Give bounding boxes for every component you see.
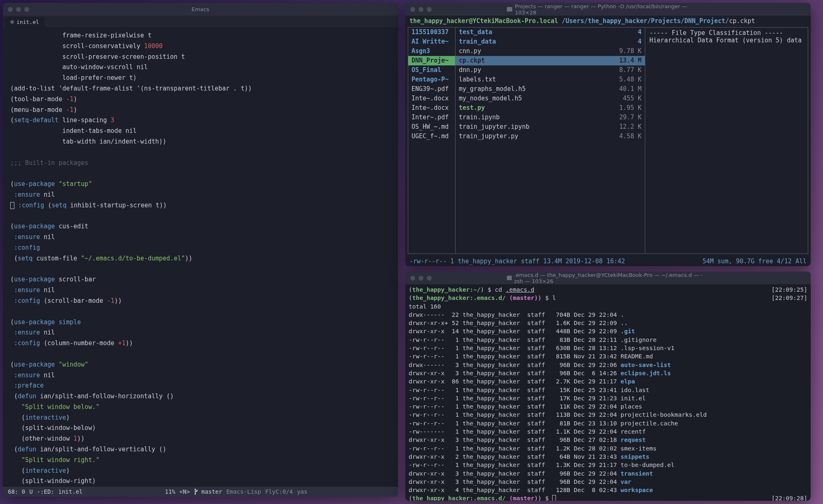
ls-row: drwxr-xr-x 3 the_happy_hacker staff 96B … xyxy=(409,469,807,478)
ranger-path: the_happy_hacker@YCtekiMacBook-Pro.local… xyxy=(405,16,811,26)
minimize-icon[interactable] xyxy=(16,7,21,12)
ranger-row[interactable]: cp.ckpt13.4 M xyxy=(456,56,645,65)
ranger-current-col[interactable]: test_data4train_data4cnn.py9.78 Kcp.ckpt… xyxy=(456,28,645,253)
modeline-mode: Emacs-Lisp xyxy=(226,488,261,495)
ranger-row[interactable]: labels.txt5.48 K xyxy=(456,75,645,84)
window-title: .emacs.d — the_happy_hacker@YCtekiMacBoo… xyxy=(507,272,709,284)
ls-row: drwxr-xr-x+ 52 the_happy_hacker staff 1.… xyxy=(409,319,807,327)
zoom-icon[interactable] xyxy=(427,276,432,281)
modeline-n: <N> xyxy=(179,488,190,495)
terminal-window: .emacs.d — the_happy_hacker@YCtekiMacBoo… xyxy=(405,272,811,501)
ranger-columns: 1155100337AI Writte~Asgn3DNN_Proje~OS_Fi… xyxy=(408,27,808,254)
ls-row: drwxr-xr-x 2 the_happy_hacker staff 64B … xyxy=(409,453,807,461)
emacs-modeline: 68: 0 U -:ED:init.el 11% <N> master Emac… xyxy=(3,487,398,497)
traffic-lights xyxy=(410,276,432,281)
ls-row: -rw------- 1 the_happy_hacker staff 1.1K… xyxy=(409,427,807,436)
ls-output: drwx------ 22 the_happy_hacker staff 704… xyxy=(409,311,807,495)
ranger-row[interactable]: my_graphs_model.h540.1 M xyxy=(456,84,645,94)
modeline-pos: 68: 0 xyxy=(8,488,25,495)
cursor-icon xyxy=(10,202,14,209)
ranger-row[interactable]: dnn.py8.77 K xyxy=(456,65,645,75)
prompt-line: (the_happy_hacker:~/) $ cd .emacs.d [22:… xyxy=(409,286,807,294)
minimize-icon[interactable] xyxy=(418,276,423,281)
ls-row: -rw-r--r-- 1 the_happy_hacker staff 1.3K… xyxy=(409,461,807,469)
emacs-tabbar: init.el xyxy=(3,16,398,27)
minimize-icon[interactable] xyxy=(418,7,423,12)
prompt-line: (the_happy_hacker:.emacs.d/ (master)) $ … xyxy=(409,494,807,501)
prompt-line: (the_happy_hacker:.emacs.d/ (master)) $ … xyxy=(409,294,807,302)
ls-row: -rw-r--r-- 1 the_happy_hacker staff 15K … xyxy=(409,386,807,394)
ranger-row[interactable]: test.py1.95 K xyxy=(456,103,645,113)
time-badge: [22:09:25] xyxy=(772,286,807,294)
ls-row: drwxr-xr-x 86 the_happy_hacker staff 2.7… xyxy=(409,377,807,386)
cursor-icon xyxy=(552,495,556,501)
ls-row: -rw-r--r-- 1 the_happy_hacker staff 815B… xyxy=(409,352,807,360)
folder-icon xyxy=(507,276,511,280)
tab-label: init.el xyxy=(16,19,39,25)
ranger-row[interactable]: train.ipynb29.7 K xyxy=(456,113,645,122)
ranger-row[interactable]: Asgn3 xyxy=(408,46,455,56)
ranger-row[interactable]: ENG39~.pdf xyxy=(408,84,455,94)
window-title: Projects — ranger — ranger — Python -O /… xyxy=(507,3,709,16)
modeline-pct: 11% xyxy=(165,488,175,495)
emacs-buffer[interactable]: frame-resize-pixelwise t scroll-conserva… xyxy=(3,27,398,487)
git-branch-icon xyxy=(194,489,200,495)
ls-row: drwxr-xr-x 4 the_happy_hacker staff 128B… xyxy=(409,486,807,494)
ls-row: drwxr-xr-x 3 the_happy_hacker staff 96B … xyxy=(409,369,807,377)
time-badge: [22:09:27] xyxy=(772,294,807,302)
ranger-row[interactable]: OS_Final xyxy=(408,65,455,75)
emacs-tab[interactable]: init.el xyxy=(5,17,45,27)
ranger-row[interactable]: train_jupyter.py4.58 K xyxy=(456,132,645,141)
ls-row: drwxr-xr-x 14 the_happy_hacker staff 448… xyxy=(409,327,807,335)
ranger-row[interactable]: OS_HW_~.md xyxy=(408,122,455,132)
traffic-lights xyxy=(410,7,432,12)
ranger-row[interactable]: DNN_Proje~ xyxy=(408,56,455,65)
ranger-row[interactable]: train_jupyter.ipynb12.2 K xyxy=(456,122,645,132)
status-left: -rw-r--r-- 1 the_happy_hacker staff 13.4… xyxy=(409,258,625,265)
close-icon[interactable] xyxy=(8,7,13,12)
ranger-window: Projects — ranger — ranger — Python -O /… xyxy=(405,3,811,266)
ranger-row[interactable]: 1155100337 xyxy=(408,28,455,37)
ls-row: drwxr-xr-x 3 the_happy_hacker staff 96B … xyxy=(409,478,807,486)
tab-dirty-icon xyxy=(10,20,14,24)
ranger-titlebar[interactable]: Projects — ranger — ranger — Python -O /… xyxy=(405,3,811,16)
ranger-row[interactable]: my_nodes_model.h5455 K xyxy=(456,94,645,103)
ranger-row[interactable]: test_data4 xyxy=(456,28,645,37)
folder-icon xyxy=(507,7,512,12)
ls-row: -rw-r--r-- 1 the_happy_hacker staff 630B… xyxy=(409,344,807,352)
ranger-parent-col[interactable]: 1155100337AI Writte~Asgn3DNN_Proje~OS_Fi… xyxy=(408,28,456,253)
ranger-row[interactable]: Pentago-P~ xyxy=(408,75,455,84)
ranger-row[interactable]: Inte~.docx xyxy=(408,103,455,113)
ls-row: drwxr-xr-x 3 the_happy_hacker staff 96B … xyxy=(409,436,807,444)
ranger-preview-col: ----- File Type Classification ----- Hie… xyxy=(645,28,808,253)
zoom-icon[interactable] xyxy=(24,7,29,12)
ranger-row[interactable]: UGEC_f~.md xyxy=(408,132,455,141)
ls-row: drwx------ 3 the_happy_hacker staff 96B … xyxy=(409,361,807,369)
ls-row: -rw-r--r-- 1 the_happy_hacker staff 83B … xyxy=(409,336,807,344)
ranger-row[interactable]: train_data4 xyxy=(456,37,645,46)
ls-row: -rw-r--r-- 1 the_happy_hacker staff 17K … xyxy=(409,394,807,402)
ranger-row[interactable]: Inter~.pdf xyxy=(408,113,455,122)
emacs-window: Emacs init.el frame-resize-pixelwise t s… xyxy=(3,3,398,497)
ls-row: -rw-r--r-- 1 the_happy_hacker staff 81B … xyxy=(409,419,807,427)
emacs-titlebar[interactable]: Emacs xyxy=(3,3,398,16)
traffic-lights xyxy=(8,7,29,12)
ls-row: drwx------ 22 the_happy_hacker staff 704… xyxy=(409,311,807,319)
ls-row: -rw-r--r-- 1 the_happy_hacker staff 11K … xyxy=(409,402,807,411)
modeline-branch: master xyxy=(194,488,222,495)
modeline-fly: FlyC:0/4 xyxy=(265,488,293,495)
terminal-titlebar[interactable]: .emacs.d — the_happy_hacker@YCtekiMacBoo… xyxy=(405,272,811,284)
close-icon[interactable] xyxy=(410,7,415,12)
modeline-u: U xyxy=(29,488,33,495)
ranger-row[interactable]: cnn.py9.78 K xyxy=(456,46,645,56)
ranger-row[interactable]: Inte~.docx xyxy=(408,94,455,103)
zoom-icon[interactable] xyxy=(427,7,432,12)
terminal-body[interactable]: (the_happy_hacker:~/) $ cd .emacs.d [22:… xyxy=(405,284,811,501)
close-icon[interactable] xyxy=(410,276,415,281)
ls-total: total 160 xyxy=(409,302,807,311)
ls-row: -rw-r--r-- 1 the_happy_hacker staff 1.2K… xyxy=(409,444,807,453)
ls-row: -rw-r--r-- 1 the_happy_hacker staff 113B… xyxy=(409,411,807,419)
ranger-row[interactable]: AI Writte~ xyxy=(408,37,455,46)
ranger-status: -rw-r--r-- 1 the_happy_hacker staff 13.4… xyxy=(405,256,811,266)
time-badge: [22:09:28] xyxy=(772,494,807,501)
